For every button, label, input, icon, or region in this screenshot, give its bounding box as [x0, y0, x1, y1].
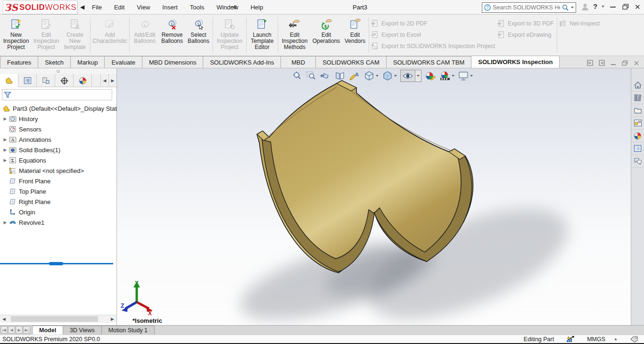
tree-filter-box[interactable]: [2, 89, 112, 100]
property-manager-tab[interactable]: [18, 74, 37, 87]
tree-item-equations[interactable]: ▶ Σ Equations: [0, 155, 113, 165]
select-balloons-button[interactable]: 1 Select Balloons: [186, 16, 211, 55]
scrollbar-thumb[interactable]: [11, 316, 98, 322]
tab-markup[interactable]: Markup: [70, 56, 105, 68]
menu-help[interactable]: Help: [244, 0, 269, 15]
zoom-area-button[interactable]: [306, 71, 316, 81]
menu-edit[interactable]: Edit: [108, 0, 131, 15]
expand-chevron-icon[interactable]: ▶: [2, 116, 8, 121]
menu-tools[interactable]: Tools: [184, 0, 210, 15]
expand-chevron-icon[interactable]: ▶: [2, 137, 8, 142]
search-options-caret-icon[interactable]: [571, 7, 574, 8]
tab-sketch[interactable]: Sketch: [38, 56, 71, 68]
tab-mbd[interactable]: MBD: [281, 56, 316, 68]
user-account-icon[interactable]: [581, 3, 589, 11]
help-caret-icon[interactable]: [602, 6, 604, 8]
pin-menu-icon[interactable]: [230, 4, 238, 10]
view-settings-button[interactable]: [458, 71, 473, 81]
prev-tab-icon[interactable]: ◀: [8, 326, 15, 334]
performance-monitor-icon[interactable]: !: [566, 336, 575, 343]
graphics-viewport[interactable]: A: [117, 68, 631, 325]
display-style-button[interactable]: [382, 71, 397, 81]
edit-operations-button[interactable]: $ Edit Operations: [310, 16, 343, 55]
model-tab[interactable]: Model: [32, 326, 63, 335]
search-icon[interactable]: [562, 4, 569, 11]
tab-solidworks-cam-tbm[interactable]: SOLIDWORKS CAM TBM: [386, 56, 471, 68]
tab-solidworks-cam[interactable]: SOLIDWORKS CAM: [315, 56, 387, 68]
tree-item-revolve1[interactable]: ▶ Revolve1: [0, 217, 113, 228]
tag-icon[interactable]: [630, 336, 638, 343]
tree-item-top-plane[interactable]: Top Plane: [0, 186, 113, 197]
remove-balloons-button[interactable]: 1 Remove Balloons: [158, 16, 186, 55]
edit-inspection-methods-button[interactable]: Edit Inspection Methods: [280, 16, 310, 55]
apply-scene-button[interactable]: [439, 71, 454, 81]
scroll-left-icon[interactable]: ◀: [0, 315, 8, 323]
configuration-manager-tab[interactable]: [37, 74, 55, 87]
panel-tabs-scroll-right-icon[interactable]: ▶: [108, 74, 116, 87]
tree-item-origin[interactable]: Origin: [0, 207, 113, 217]
motion-study-tab[interactable]: Motion Study 1: [101, 326, 155, 335]
annotation-visibility-button[interactable]: A: [349, 71, 360, 81]
search-input[interactable]: [493, 4, 560, 11]
scroll-right-icon[interactable]: ▶: [108, 315, 116, 323]
file-explorer-tab[interactable]: [631, 104, 644, 117]
tab-solidworks-addins[interactable]: SOLIDWORKS Add-Ins: [203, 56, 281, 68]
hide-show-items-main[interactable]: [401, 70, 415, 82]
tree-item-history[interactable]: ▶ History: [0, 114, 113, 124]
new-inspection-project-button[interactable]: New Inspection Project: [1, 16, 31, 55]
view-palette-tab[interactable]: [631, 117, 644, 130]
hide-show-items-button[interactable]: [400, 70, 421, 82]
close-button[interactable]: ✕: [635, 3, 641, 11]
custom-properties-tab[interactable]: [631, 142, 644, 155]
tab-solidworks-inspection[interactable]: SOLIDWORKS Inspection: [471, 56, 560, 68]
view-orientation-button[interactable]: [363, 71, 379, 81]
feature-tree-tab[interactable]: [0, 74, 18, 87]
tree-item-material[interactable]: Material <not specified>: [0, 165, 113, 176]
dimxpert-manager-tab[interactable]: [55, 74, 74, 87]
search-box[interactable]: ?: [482, 2, 576, 13]
tree-item-sensors[interactable]: Sensors: [0, 124, 113, 134]
hide-show-items-caret[interactable]: [415, 70, 421, 82]
tree-root-part[interactable]: Part3 (Default<<Default>_Display State: [0, 103, 113, 114]
help-button[interactable]: ?: [593, 2, 597, 10]
pane-restore-icon[interactable]: [622, 60, 628, 66]
collapse-pane-left-icon[interactable]: [587, 60, 593, 66]
menu-insert[interactable]: Insert: [156, 0, 184, 15]
view-settings-caret-icon[interactable]: [470, 75, 473, 77]
tree-item-right-plane[interactable]: Right Plane: [0, 197, 113, 207]
launch-template-editor-button[interactable]: Launch Template Editor: [248, 16, 276, 55]
3d-views-tab[interactable]: 3D Views: [63, 326, 102, 335]
tab-evaluate[interactable]: Evaluate: [104, 56, 142, 68]
pane-close-icon[interactable]: [634, 60, 639, 66]
menu-window[interactable]: Window: [210, 0, 244, 15]
menu-collapse-arrow-icon[interactable]: ◀: [80, 4, 84, 10]
expand-chevron-icon[interactable]: ▶: [2, 147, 8, 152]
next-tab-icon[interactable]: ▶: [16, 326, 23, 334]
panel-horizontal-scrollbar[interactable]: ◀ ▶: [0, 315, 116, 323]
tree-item-front-plane[interactable]: Front Plane: [0, 176, 113, 186]
restore-button[interactable]: [622, 4, 629, 10]
previous-view-button[interactable]: [320, 71, 331, 81]
edit-appearance-button[interactable]: [425, 71, 436, 81]
expand-chevron-icon[interactable]: ▶: [2, 158, 8, 163]
rollback-bar[interactable]: [0, 263, 113, 264]
last-tab-icon[interactable]: ▶|: [23, 326, 30, 334]
solidworks-logo[interactable]: ЗS SOLIDWORKS: [3, 0, 77, 14]
edit-vendors-button[interactable]: Edit Vendors: [343, 16, 367, 55]
part3-model-render[interactable]: [117, 68, 631, 325]
design-library-tab[interactable]: [631, 91, 644, 104]
units-selector[interactable]: MMGS ▲: [587, 336, 618, 343]
tree-item-solid-bodies[interactable]: ▶ Solid Bodies(1): [0, 145, 113, 155]
tab-mbd-dimensions[interactable]: MBD Dimensions: [142, 56, 203, 68]
collapse-pane-right-icon[interactable]: [599, 60, 605, 66]
forum-tab[interactable]: [631, 155, 644, 168]
panel-tabs-scroll-left-icon[interactable]: ◀: [100, 74, 108, 87]
expand-chevron-icon[interactable]: ▶: [2, 220, 8, 225]
section-view-button[interactable]: [334, 71, 346, 81]
display-manager-tab[interactable]: [74, 74, 92, 87]
view-orientation-caret-icon[interactable]: [376, 75, 379, 77]
zoom-fit-button[interactable]: [292, 71, 303, 81]
menu-file[interactable]: File: [86, 0, 108, 15]
apply-scene-caret-icon[interactable]: [452, 75, 454, 77]
home-tab[interactable]: [631, 79, 644, 91]
